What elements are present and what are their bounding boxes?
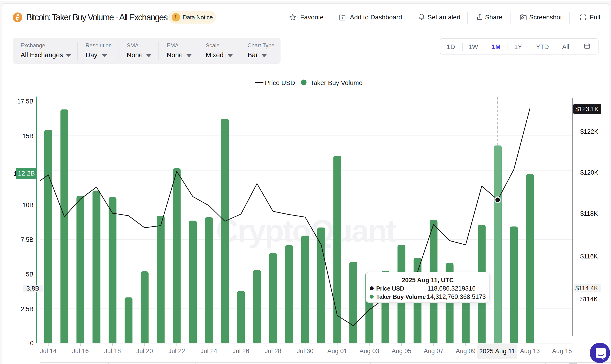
svg-text:$116K: $116K (580, 253, 598, 260)
svg-text:Jul 20: Jul 20 (136, 348, 153, 354)
svg-text:Aug 09: Aug 09 (456, 348, 476, 354)
svg-text:Aug 05: Aug 05 (391, 348, 411, 354)
svg-text:$118K: $118K (580, 210, 598, 217)
svg-text:Jul 24: Jul 24 (200, 348, 217, 354)
svg-text:$114K: $114K (580, 296, 598, 303)
svg-text:10B: 10B (22, 202, 34, 208)
svg-text:15B: 15B (22, 132, 34, 140)
svg-text:Taker Buy Volume: Taker Buy Volume (310, 79, 363, 86)
svg-text:Aug 01: Aug 01 (327, 348, 347, 354)
svg-text:0: 0 (30, 340, 34, 347)
svg-text:Aug 03: Aug 03 (359, 348, 379, 354)
svg-text:Jul 30: Jul 30 (297, 348, 313, 354)
svg-text:Jul 18: Jul 18 (104, 348, 121, 354)
svg-text:2.5B: 2.5B (21, 306, 34, 312)
svg-text:$120K: $120K (580, 169, 598, 176)
svg-text:Aug 07: Aug 07 (424, 348, 443, 354)
svg-text:Price USD: Price USD (265, 79, 295, 86)
svg-text:Aug 13: Aug 13 (520, 348, 540, 354)
svg-text:Jul 26: Jul 26 (233, 348, 249, 354)
svg-text:Aug 15: Aug 15 (552, 348, 572, 354)
svg-text:Jul 28: Jul 28 (265, 348, 281, 354)
svg-text:Jul 16: Jul 16 (72, 348, 89, 354)
svg-text:5B: 5B (26, 271, 34, 278)
svg-text:Jul 14: Jul 14 (40, 348, 57, 354)
svg-text:$122K: $122K (580, 128, 598, 135)
svg-text:7.5B: 7.5B (21, 236, 34, 243)
svg-text:Jul 22: Jul 22 (169, 348, 185, 354)
svg-text:17.5B: 17.5B (17, 98, 34, 105)
